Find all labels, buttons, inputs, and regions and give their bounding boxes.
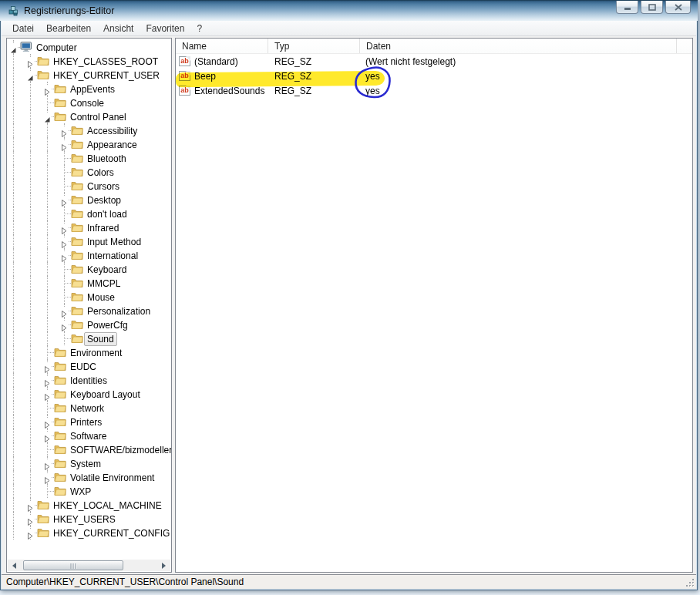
tree-item-label[interactable]: HKEY_CURRENT_USER (50, 69, 163, 82)
expand-arrow-icon[interactable] (27, 529, 34, 536)
title-bar[interactable]: Registrierungs-Editor (0, 0, 698, 21)
menu-datei[interactable]: Datei (6, 22, 40, 35)
tree-item[interactable]: HKEY_CLASSES_ROOT (7, 54, 171, 68)
tree-item[interactable]: Identities (7, 373, 171, 387)
tree-item-label[interactable]: Identities (67, 374, 110, 388)
tree-item-label[interactable]: Personalization (84, 304, 153, 318)
expand-arrow-icon[interactable] (27, 515, 34, 522)
expand-arrow-icon[interactable] (27, 501, 34, 508)
tree-item-label[interactable]: Bluetooth (84, 152, 130, 166)
tree-item[interactable]: Network (7, 401, 171, 415)
value-name[interactable]: (Standard) (194, 56, 238, 67)
tree-item-label[interactable]: AppEvents (67, 82, 118, 96)
tree-item[interactable]: WXP (7, 484, 171, 498)
tree-item-label[interactable]: Printers (67, 415, 105, 429)
tree-item-label[interactable]: MMCPL (84, 277, 123, 291)
expand-arrow-icon[interactable] (61, 237, 68, 244)
tree-item-label[interactable]: Desktop (84, 193, 124, 207)
menu-ansicht[interactable]: Ansicht (97, 22, 140, 35)
minimize-button[interactable] (616, 1, 638, 14)
tree-item-label[interactable]: HKEY_CURRENT_CONFIG (50, 526, 172, 540)
expand-arrow-icon[interactable] (61, 126, 68, 133)
tree-item-label[interactable]: EUDC (67, 360, 99, 374)
tree-item-label[interactable]: Software (67, 429, 109, 443)
tree-item-label[interactable]: System (67, 457, 104, 471)
resize-grip[interactable] (685, 577, 695, 587)
tree-item-label[interactable]: HKEY_CLASSES_ROOT (50, 55, 161, 69)
tree-item[interactable]: HKEY_CURRENT_USER (7, 68, 171, 82)
tree-item[interactable]: Computer (7, 40, 171, 54)
tree-item[interactable]: Cursors (7, 179, 171, 193)
tree-item[interactable]: Control Panel (7, 109, 171, 123)
scrollbar-thumb[interactable] (23, 560, 123, 570)
tree-item[interactable]: Mouse (7, 290, 171, 304)
tree-item-label[interactable]: Colors (84, 166, 117, 180)
column-header-type[interactable]: Typ (268, 39, 360, 53)
expand-arrow-icon[interactable] (61, 196, 68, 203)
expand-arrow-icon[interactable] (44, 362, 51, 369)
tree-item[interactable]: HKEY_LOCAL_MACHINE (7, 498, 171, 512)
tree-item-label[interactable]: HKEY_LOCAL_MACHINE (50, 499, 165, 513)
tree-item[interactable]: Software (7, 429, 171, 442)
tree-item-label[interactable]: Network (67, 402, 107, 415)
tree-item-label[interactable]: Infrared (84, 221, 122, 235)
expand-arrow-icon[interactable] (44, 473, 51, 480)
tree-item[interactable]: Console (7, 96, 171, 109)
tree-item[interactable]: Colors (7, 165, 171, 179)
collapse-arrow-icon[interactable] (27, 71, 34, 78)
column-header-data[interactable]: Daten (360, 39, 677, 53)
tree-item[interactable]: HKEY_USERS (7, 512, 171, 526)
tree-item-label[interactable]: Accessibility (84, 124, 140, 138)
tree-item[interactable]: Environment (7, 345, 171, 359)
scroll-right-button[interactable] (157, 560, 170, 571)
expand-arrow-icon[interactable] (61, 307, 68, 314)
tree-item-label[interactable]: Keyboard Layout (67, 388, 143, 402)
tree-item[interactable]: Keyboard (7, 262, 171, 276)
expand-arrow-icon[interactable] (61, 224, 68, 230)
tree-item[interactable]: Appearance (7, 137, 171, 151)
tree-item[interactable]: Infrared (7, 220, 171, 234)
tree-item-label[interactable]: Control Panel (67, 110, 130, 124)
tree-item[interactable]: Personalization (7, 304, 171, 318)
tree-item-label[interactable]: Keyboard (84, 263, 130, 277)
expand-arrow-icon[interactable] (44, 418, 51, 425)
tree-item[interactable]: don't load (7, 207, 171, 220)
tree-item[interactable]: Accessibility (7, 123, 171, 137)
tree-item[interactable]: Keyboard Layout (7, 387, 171, 401)
tree-item[interactable]: PowerCfg (7, 318, 171, 331)
tree-item[interactable]: Desktop (7, 193, 171, 207)
tree-item[interactable]: Volatile Environment (7, 470, 171, 484)
tree-item-label[interactable]: don't load (84, 207, 130, 221)
tree-item[interactable]: AppEvents (7, 82, 171, 96)
tree-item-label[interactable]: Input Method (84, 235, 144, 249)
expand-arrow-icon[interactable] (44, 459, 51, 466)
expand-arrow-icon[interactable] (61, 251, 68, 258)
close-button[interactable] (665, 1, 691, 14)
tree-item-label[interactable]: International (84, 249, 141, 263)
collapse-arrow-icon[interactable] (10, 43, 17, 50)
scroll-left-button[interactable] (8, 560, 21, 571)
tree-horizontal-scrollbar[interactable] (8, 560, 170, 571)
tree-item[interactable]: Input Method (7, 234, 171, 248)
tree-item[interactable]: SOFTWARE/bizmodeller/ (7, 442, 171, 456)
tree-item-label[interactable]: Environment (67, 346, 125, 360)
tree-item-label[interactable]: Cursors (84, 180, 123, 193)
tree-item-label[interactable]: HKEY_USERS (50, 513, 119, 526)
tree-item-label[interactable]: Computer (33, 41, 80, 55)
expand-arrow-icon[interactable] (27, 57, 34, 64)
tree-item[interactable]: Sound (7, 331, 171, 345)
tree-item-label[interactable]: Sound (84, 332, 117, 346)
expand-arrow-icon[interactable] (44, 85, 51, 92)
registry-value-row[interactable]: ab(Standard)REG_SZ(Wert nicht festgelegt… (176, 54, 692, 69)
menu-favoriten[interactable]: Favoriten (140, 22, 190, 35)
tree-item-label[interactable]: WXP (67, 485, 94, 499)
tree-item-label[interactable]: Console (67, 96, 107, 110)
expand-arrow-icon[interactable] (61, 140, 68, 147)
tree-item-label[interactable]: SOFTWARE/bizmodeller/ (67, 443, 172, 457)
column-header-name[interactable]: Name (176, 39, 268, 53)
menu-bearbeiten[interactable]: Bearbeiten (40, 22, 97, 35)
expand-arrow-icon[interactable] (61, 321, 68, 328)
tree-item[interactable]: System (7, 456, 171, 470)
expand-arrow-icon[interactable] (44, 432, 51, 439)
tree-item[interactable]: International (7, 248, 171, 262)
